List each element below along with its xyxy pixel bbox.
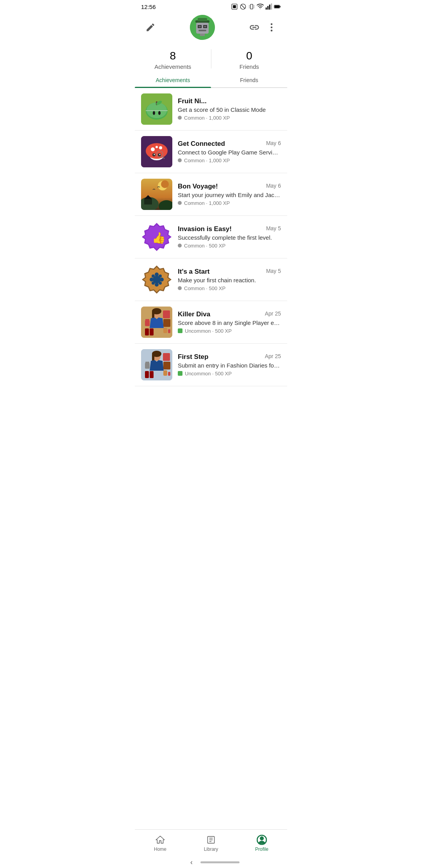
svg-rect-11 <box>266 7 267 9</box>
rarity-text-killer-diva: Uncommon · 500 XP <box>185 328 232 334</box>
svg-point-54 <box>161 180 169 188</box>
achievement-date-invasion: May 5 <box>266 225 281 231</box>
svg-text:👍: 👍 <box>152 231 166 244</box>
rarity-text-connected: Common · 1,000 XP <box>184 158 230 163</box>
svg-point-28 <box>271 23 273 25</box>
achievement-title-connected: Get Connected <box>178 140 263 148</box>
friends-count: 0 <box>218 49 281 63</box>
achievement-item-fruit[interactable]: Fruit Ni... Get a score of 50 in Classic… <box>135 88 287 131</box>
achievement-item-start[interactable]: It's a Start May 5 Make your first chain… <box>135 258 287 301</box>
svg-rect-84 <box>168 329 170 333</box>
achievement-title-row-invasion: Invasion is Easy! May 5 <box>178 225 281 233</box>
svg-rect-79 <box>145 328 149 335</box>
rarity-dot-start <box>178 286 182 290</box>
svg-point-30 <box>271 30 273 32</box>
achievement-info-bon-voyage: Bon Voyage! May 6 Start your journey wit… <box>178 183 281 206</box>
achievement-thumb-bon-voyage <box>141 179 172 210</box>
achievement-desc-killer-diva: Score above 8 in any Single Player event… <box>178 319 281 326</box>
svg-point-42 <box>146 143 168 159</box>
svg-point-69 <box>152 274 155 278</box>
svg-rect-24 <box>198 26 201 27</box>
svg-rect-20 <box>198 18 207 21</box>
rarity-text-bon-voyage: Common · 1,000 XP <box>184 200 230 206</box>
achievement-title-row-start: It's a Start May 5 <box>178 268 281 276</box>
svg-rect-78 <box>145 319 149 321</box>
svg-rect-17 <box>275 5 279 8</box>
achievement-title-row-first-step: First Step Apr 25 <box>178 353 281 361</box>
screenshot-icon <box>231 3 238 10</box>
achievement-title-invasion: Invasion is Easy! <box>178 225 263 233</box>
tab-achievements[interactable]: Achievements <box>135 73 211 87</box>
achievement-meta-start: Common · 500 XP <box>178 285 281 291</box>
svg-point-65 <box>155 273 159 276</box>
svg-rect-57 <box>144 199 152 204</box>
achievement-thumb-first-step <box>141 349 172 380</box>
achievements-label: Achievements <box>141 63 205 70</box>
link-button[interactable] <box>247 20 262 35</box>
friends-stat[interactable]: 0 Friends <box>211 48 288 70</box>
rarity-dot-connected <box>178 158 182 162</box>
svg-point-45 <box>156 146 158 148</box>
svg-rect-25 <box>204 26 206 27</box>
achievement-title-row-fruit: Fruit Ni... <box>178 97 281 105</box>
rarity-text-fruit: Common · 1,000 XP <box>184 115 230 121</box>
achievement-meta-killer-diva: Uncommon · 500 XP <box>178 328 281 334</box>
achievement-thumb-connected <box>141 136 172 167</box>
achievement-title-start: It's a Start <box>178 268 263 276</box>
achievement-desc-connected: Connect to Google Play Game Services. <box>178 149 281 156</box>
wifi-icon <box>257 3 264 10</box>
achievement-info-killer-diva: Killer Diva Apr 25 Score above 8 in any … <box>178 310 281 334</box>
more-vert-icon <box>266 22 277 33</box>
svg-rect-96 <box>168 372 170 376</box>
achievement-date-first-step: Apr 25 <box>265 353 281 359</box>
rarity-dot-bon-voyage <box>178 201 182 205</box>
achievement-date-bon-voyage: May 6 <box>266 183 281 189</box>
svg-rect-13 <box>269 5 270 10</box>
svg-point-72 <box>159 282 162 285</box>
app-header <box>135 12 287 45</box>
achievement-meta-fruit: Common · 1,000 XP <box>178 115 281 121</box>
achievement-item-bon-voyage[interactable]: Bon Voyage! May 6 Start your journey wit… <box>135 173 287 216</box>
achievement-item-connected[interactable]: Get Connected May 6 Connect to Google Pl… <box>135 131 287 173</box>
svg-rect-14 <box>271 4 272 10</box>
achievement-title-first-step: First Step <box>178 353 262 361</box>
achievement-thumb-invasion: 👍 <box>141 221 172 253</box>
svg-rect-26 <box>198 30 206 31</box>
link-icon <box>249 22 260 33</box>
achievement-info-first-step: First Step Apr 25 Submit an entry in Fas… <box>178 353 281 377</box>
achievement-info-connected: Get Connected May 6 Connect to Google Pl… <box>178 140 281 163</box>
svg-point-66 <box>155 283 159 287</box>
achievement-list: Fruit Ni... Get a score of 50 in Classic… <box>135 88 287 425</box>
friends-label: Friends <box>218 63 281 70</box>
svg-point-68 <box>160 278 164 282</box>
achievement-title-row-connected: Get Connected May 6 <box>178 140 281 148</box>
achievement-title-fruit: Fruit Ni... <box>178 97 278 105</box>
more-options-button[interactable] <box>264 20 279 35</box>
svg-point-29 <box>271 27 273 29</box>
svg-rect-80 <box>150 328 154 335</box>
edit-button[interactable] <box>143 20 158 35</box>
svg-rect-90 <box>145 362 149 364</box>
achievement-meta-bon-voyage: Common · 1,000 XP <box>178 200 281 206</box>
tabs-container: Achievements Friends <box>135 73 287 88</box>
svg-point-67 <box>150 278 154 282</box>
rarity-dot-invasion <box>178 244 182 247</box>
svg-rect-92 <box>150 371 154 378</box>
connected-icon <box>141 136 172 167</box>
achievement-item-invasion[interactable]: 👍 Invasion is Easy! May 5 Successfully c… <box>135 216 287 258</box>
achievement-info-start: It's a Start May 5 Make your first chain… <box>178 268 281 291</box>
svg-point-38 <box>153 111 155 115</box>
rarity-dot-killer-diva <box>178 328 182 333</box>
svg-rect-91 <box>145 371 149 378</box>
svg-rect-12 <box>267 6 268 10</box>
achievement-desc-invasion: Successfully complete the first level. <box>178 234 281 241</box>
start-icon <box>141 264 172 295</box>
achievement-title-bon-voyage: Bon Voyage! <box>178 183 263 190</box>
rarity-dot-fruit <box>178 116 182 120</box>
avatar[interactable] <box>190 15 215 40</box>
achievement-item-killer-diva[interactable]: Killer Diva Apr 25 Score above 8 in any … <box>135 301 287 344</box>
achievement-item-first-step[interactable]: First Step Apr 25 Submit an entry in Fas… <box>135 344 287 386</box>
achievements-stat[interactable]: 8 Achievements <box>135 48 211 70</box>
battery-icon <box>274 3 281 10</box>
tab-friends[interactable]: Friends <box>211 73 287 87</box>
